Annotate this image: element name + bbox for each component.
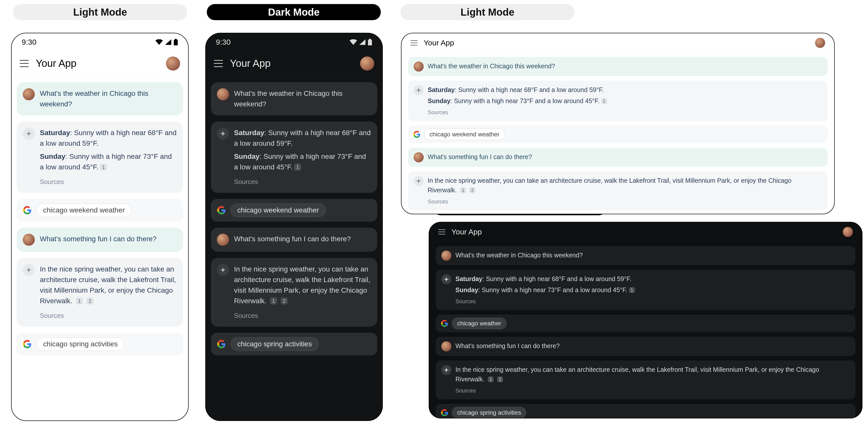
user-message-text: What's something fun I can do there? bbox=[40, 234, 177, 244]
assistant-message-text: Saturday: Sunny with a high near 68°F an… bbox=[40, 128, 177, 187]
app-title: Your App bbox=[230, 58, 353, 69]
citation-badge[interactable]: 1 bbox=[294, 164, 301, 171]
user-message: What's the weather in Chicago this weeke… bbox=[436, 246, 856, 265]
google-logo-icon bbox=[23, 339, 32, 349]
assistant-message-text: Saturday: Sunny with a high near 68°F an… bbox=[456, 274, 850, 305]
sources-link[interactable]: Sources bbox=[40, 177, 177, 187]
assistant-message: In the nice spring weather, you can take… bbox=[408, 171, 828, 210]
menu-icon[interactable] bbox=[438, 229, 445, 234]
search-chip[interactable]: chicago weekend weather bbox=[424, 129, 505, 140]
wifi-icon bbox=[349, 39, 357, 45]
user-avatar bbox=[441, 341, 452, 351]
search-chip-row: chicago weather bbox=[436, 315, 856, 332]
spark-icon bbox=[217, 128, 229, 140]
user-avatar bbox=[217, 88, 229, 100]
menu-icon[interactable] bbox=[410, 40, 417, 45]
assistant-message-text: In the nice spring weather, you can take… bbox=[428, 176, 822, 206]
user-message-text: What's something fun I can do there? bbox=[428, 152, 822, 162]
google-logo-icon bbox=[441, 320, 448, 327]
assistant-message: In the nice spring weather, you can take… bbox=[436, 360, 856, 399]
chat-area: What's the weather in Chicago this weeke… bbox=[401, 53, 834, 214]
chat-area: What's the weather in Chicago this weeke… bbox=[11, 76, 188, 361]
cell-signal-icon bbox=[165, 39, 172, 45]
assistant-message: Saturday: Sunny with a high near 68°F an… bbox=[211, 122, 377, 193]
search-chip-row: chicago spring activities bbox=[17, 333, 183, 355]
search-chip-row: chicago weekend weather bbox=[17, 199, 183, 222]
svg-rect-0 bbox=[174, 40, 178, 45]
citation-badge[interactable]: 2 bbox=[497, 376, 503, 383]
search-chip[interactable]: chicago spring activities bbox=[230, 337, 319, 351]
google-logo-icon bbox=[217, 206, 226, 215]
search-chip-row: chicago weekend weather bbox=[408, 126, 828, 143]
sources-link[interactable]: Sources bbox=[456, 297, 850, 305]
google-logo-icon bbox=[413, 131, 421, 138]
user-message-text: What's the weather in Chicago this weeke… bbox=[234, 88, 371, 109]
app-title: Your App bbox=[36, 58, 159, 69]
assistant-message-text: In the nice spring weather, you can take… bbox=[40, 264, 177, 321]
sources-link[interactable]: Sources bbox=[234, 177, 371, 187]
status-icons bbox=[155, 39, 178, 45]
search-chip[interactable]: chicago weekend weather bbox=[36, 203, 132, 217]
assistant-message: Saturday: Sunny with a high near 68°F an… bbox=[408, 81, 828, 121]
sources-link[interactable]: Sources bbox=[456, 386, 850, 395]
citation-badge[interactable]: 1 bbox=[629, 287, 635, 293]
assistant-message-text: Saturday: Sunny with a high near 68°F an… bbox=[234, 128, 371, 187]
citation-badge[interactable]: 2 bbox=[469, 187, 475, 193]
citation-badge[interactable]: 1 bbox=[270, 297, 277, 304]
search-chip[interactable]: chicago weather bbox=[452, 318, 507, 329]
citation-badge[interactable]: 1 bbox=[76, 297, 83, 304]
google-logo-icon bbox=[217, 339, 226, 349]
search-chip-row: chicago spring activities bbox=[211, 333, 377, 355]
sources-link[interactable]: Sources bbox=[428, 197, 822, 206]
user-avatar bbox=[441, 251, 452, 261]
battery-icon bbox=[368, 39, 372, 45]
mode-label-light-1: Light Mode bbox=[13, 4, 187, 20]
citation-badge[interactable]: 2 bbox=[281, 297, 288, 304]
user-message-text: What's the weather in Chicago this weeke… bbox=[456, 251, 850, 260]
tablet-dark-frame: Your App What's the weather in Chicago t… bbox=[429, 222, 863, 419]
citation-badge[interactable]: 1 bbox=[488, 376, 494, 383]
search-chip[interactable]: chicago weekend weather bbox=[230, 203, 326, 217]
user-message: What's something fun I can do there? bbox=[408, 148, 828, 167]
user-message-text: What's the weather in Chicago this weeke… bbox=[428, 62, 822, 71]
assistant-message-text: In the nice spring weather, you can take… bbox=[234, 264, 371, 321]
user-message: What's the weather in Chicago this weeke… bbox=[17, 82, 183, 116]
assistant-message: In the nice spring weather, you can take… bbox=[17, 258, 183, 327]
profile-avatar[interactable] bbox=[815, 38, 825, 48]
menu-icon[interactable] bbox=[20, 60, 29, 67]
user-message-text: What's something fun I can do there? bbox=[456, 341, 850, 351]
search-chip[interactable]: chicago spring activities bbox=[36, 337, 125, 351]
spark-icon bbox=[441, 274, 452, 284]
citation-badge[interactable]: 2 bbox=[87, 297, 94, 304]
user-message: What's something fun I can do there? bbox=[211, 228, 377, 252]
sources-link[interactable]: Sources bbox=[234, 311, 371, 321]
mode-label-dark-1: Dark Mode bbox=[207, 4, 381, 20]
sources-link[interactable]: Sources bbox=[428, 108, 822, 117]
citation-badge[interactable]: 1 bbox=[601, 98, 607, 104]
spark-icon bbox=[413, 176, 424, 186]
app-title: Your App bbox=[452, 228, 837, 236]
battery-icon bbox=[174, 39, 178, 45]
spark-icon bbox=[413, 85, 424, 95]
profile-avatar[interactable] bbox=[166, 57, 180, 71]
mode-label-light-2: Light Mode bbox=[400, 4, 575, 20]
spark-icon bbox=[23, 128, 35, 140]
status-time: 9:30 bbox=[22, 38, 36, 46]
citation-badge[interactable]: 1 bbox=[460, 187, 466, 193]
user-message: What's something fun I can do there? bbox=[436, 337, 856, 356]
user-message: What's the weather in Chicago this weeke… bbox=[211, 82, 377, 116]
search-chip-row: chicago spring activities bbox=[436, 404, 856, 419]
user-avatar bbox=[413, 62, 424, 72]
search-chip[interactable]: chicago spring activities bbox=[452, 407, 526, 419]
profile-avatar[interactable] bbox=[360, 57, 374, 71]
svg-rect-3 bbox=[369, 39, 371, 40]
user-message: What's something fun I can do there? bbox=[17, 228, 183, 252]
app-title: Your App bbox=[424, 39, 809, 47]
google-logo-icon bbox=[441, 409, 448, 417]
user-avatar bbox=[217, 234, 229, 246]
sources-link[interactable]: Sources bbox=[40, 311, 177, 321]
profile-avatar[interactable] bbox=[843, 227, 853, 237]
citation-badge[interactable]: 1 bbox=[100, 164, 107, 171]
menu-icon[interactable] bbox=[214, 60, 223, 67]
svg-rect-2 bbox=[368, 40, 372, 45]
